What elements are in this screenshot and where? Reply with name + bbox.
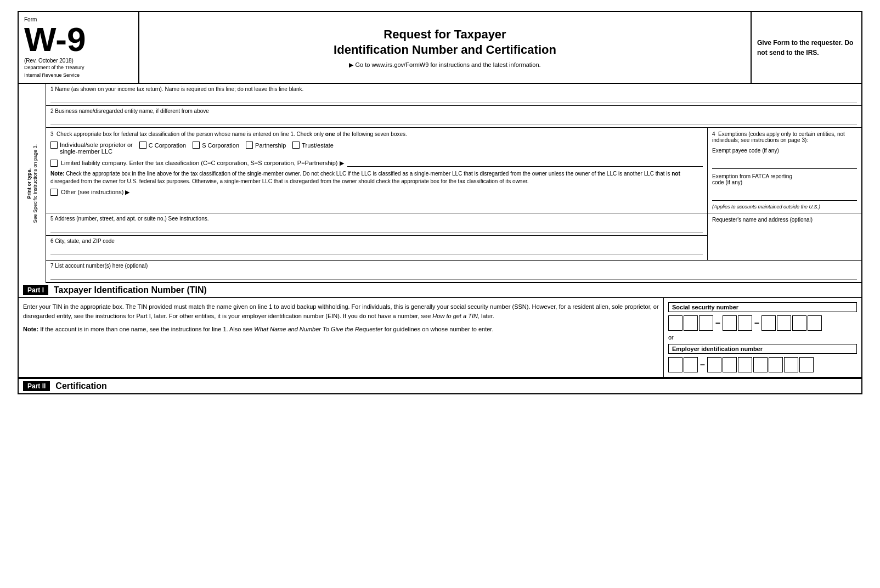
field3-label: 3 Check appropriate box for federal tax … bbox=[50, 131, 703, 137]
trust-label: Trust/estate bbox=[302, 142, 334, 149]
part1-body: Enter your TIN in the appropriate box. T… bbox=[19, 298, 861, 378]
ein-cell-3[interactable] bbox=[707, 357, 721, 372]
part1-right: Social security number – – bbox=[664, 298, 861, 377]
ssn-dash2: – bbox=[754, 318, 759, 328]
part2-title: Certification bbox=[55, 381, 106, 391]
ein-cell-5[interactable] bbox=[738, 357, 752, 372]
ssn-cell-7[interactable] bbox=[777, 315, 791, 331]
other-checkbox[interactable] bbox=[50, 189, 58, 196]
field5-label: 5 Address (number, street, and apt. or s… bbox=[50, 216, 703, 222]
field2-input[interactable] bbox=[50, 115, 857, 125]
main-form: 1 Name (as shown on your income tax retu… bbox=[46, 84, 861, 283]
s-corp-checkbox-item: S Corporation bbox=[193, 142, 239, 149]
ein-cell-8[interactable] bbox=[784, 357, 798, 372]
section3-left: 3 Check appropriate box for federal tax … bbox=[46, 128, 708, 213]
field6-input[interactable] bbox=[50, 245, 703, 255]
part1-title: Taxpayer Identification Number (TIN) bbox=[54, 285, 207, 295]
ein-cell-2[interactable] bbox=[684, 357, 698, 372]
header-center: Request for Taxpayer Identification Numb… bbox=[139, 12, 752, 83]
part2-label: Part II bbox=[23, 381, 50, 391]
ssn-group1 bbox=[668, 315, 713, 331]
address-left: 5 Address (number, street, and apt. or s… bbox=[46, 213, 708, 260]
form-rev: (Rev. October 2018) bbox=[24, 58, 133, 64]
field1-row: 1 Name (as shown on your income tax retu… bbox=[46, 84, 861, 106]
llc-label: Limited liability company. Enter the tax… bbox=[61, 160, 344, 167]
header-right: Give Form to the requester. Do not send … bbox=[752, 12, 861, 83]
field7-row: 7 List account number(s) here (optional) bbox=[46, 261, 861, 283]
other-label: Other (see instructions) ▶ bbox=[61, 189, 129, 196]
section4-right: 4 Exemptions (codes apply only to certai… bbox=[708, 128, 861, 213]
ein-grid: – bbox=[668, 357, 857, 372]
requester-input[interactable] bbox=[712, 224, 857, 257]
header-left: Form W-9 (Rev. October 2018) Department … bbox=[19, 12, 139, 83]
ein-cell-1[interactable] bbox=[668, 357, 682, 372]
part1-text: Enter your TIN in the appropriate box. T… bbox=[23, 302, 659, 320]
individual-checkbox[interactable] bbox=[50, 142, 58, 149]
ssn-cell-1[interactable] bbox=[668, 315, 682, 331]
fatca-section: Exemption from FATCA reportingcode (if a… bbox=[712, 173, 857, 201]
field7-input[interactable] bbox=[50, 270, 857, 280]
applies-note: (Applies to accounts maintained outside … bbox=[712, 204, 857, 210]
exempt-input[interactable] bbox=[712, 161, 857, 169]
ssn-group3 bbox=[761, 315, 822, 331]
trust-checkbox[interactable] bbox=[292, 142, 300, 149]
part1-label: Part I bbox=[23, 285, 48, 295]
other-row: Other (see instructions) ▶ bbox=[50, 189, 703, 196]
ssn-cell-4[interactable] bbox=[723, 315, 737, 331]
partnership-checkbox-item: Partnership bbox=[246, 142, 286, 149]
ein-group2 bbox=[707, 357, 814, 372]
field2-label: 2 Business name/disregarded entity name,… bbox=[50, 108, 857, 114]
form-number: W-9 bbox=[24, 22, 133, 56]
form-body: Print or type. See Specific Instructions… bbox=[19, 84, 861, 283]
form-sidebar: Print or type. See Specific Instructions… bbox=[19, 84, 46, 283]
ssn-cell-3[interactable] bbox=[699, 315, 713, 331]
goto-text: ▶ Go to www.irs.gov/FormW9 for instructi… bbox=[349, 61, 540, 69]
ssn-cell-2[interactable] bbox=[684, 315, 698, 331]
fatca-label: Exemption from FATCA reportingcode (if a… bbox=[712, 173, 857, 185]
partnership-label: Partnership bbox=[255, 142, 286, 149]
ssn-group2 bbox=[723, 315, 752, 331]
field6-label: 6 City, state, and ZIP code bbox=[50, 238, 703, 244]
form-dept2: Internal Revenue Service bbox=[24, 72, 133, 79]
s-corp-label: S Corporation bbox=[202, 142, 239, 149]
sidebar-text: Print or type. See Specific Instructions… bbox=[26, 144, 38, 223]
individual-label: Individual/sole proprietor orsingle-memb… bbox=[60, 142, 133, 155]
ein-group1 bbox=[668, 357, 698, 372]
form-title: Request for Taxpayer Identification Numb… bbox=[334, 27, 556, 58]
form-header: Form W-9 (Rev. October 2018) Department … bbox=[19, 12, 861, 84]
ssn-cell-8[interactable] bbox=[792, 315, 806, 331]
field6-row: 6 City, state, and ZIP code bbox=[46, 235, 707, 257]
ssn-cell-5[interactable] bbox=[738, 315, 752, 331]
ein-cell-9[interactable] bbox=[799, 357, 814, 372]
ssn-cell-9[interactable] bbox=[808, 315, 822, 331]
field1-input[interactable] bbox=[50, 93, 857, 103]
part1-title-row: Part I Taxpayer Identification Number (T… bbox=[19, 283, 861, 298]
ein-cell-7[interactable] bbox=[769, 357, 783, 372]
llc-input[interactable] bbox=[347, 159, 703, 167]
field5-row: 5 Address (number, street, and apt. or s… bbox=[46, 213, 707, 235]
ssn-label: Social security number bbox=[668, 302, 857, 312]
partnership-checkbox[interactable] bbox=[246, 142, 253, 149]
address-section: 5 Address (number, street, and apt. or s… bbox=[46, 213, 861, 261]
c-corp-label: C Corporation bbox=[149, 142, 186, 149]
individual-checkbox-item: Individual/sole proprietor orsingle-memb… bbox=[50, 142, 133, 155]
part2-title-row: Part II Certification bbox=[19, 378, 861, 393]
requester-label: Requester's name and address (optional) bbox=[712, 217, 857, 223]
trust-checkbox-item: Trust/estate bbox=[292, 142, 334, 149]
exempt-label: Exempt payee code (if any) bbox=[712, 148, 857, 154]
ein-cell-6[interactable] bbox=[753, 357, 768, 372]
llc-row: Limited liability company. Enter the tax… bbox=[50, 159, 703, 167]
or-text: or bbox=[668, 334, 857, 341]
s-corp-checkbox[interactable] bbox=[193, 142, 200, 149]
form-dept1: Department of the Treasury bbox=[24, 65, 133, 71]
fatca-input[interactable] bbox=[712, 193, 857, 201]
ssn-grid: – – bbox=[668, 315, 857, 331]
ssn-cell-6[interactable] bbox=[761, 315, 776, 331]
field4-label: 4 Exemptions (codes apply only to certai… bbox=[712, 131, 857, 143]
field1-label: 1 Name (as shown on your income tax retu… bbox=[50, 86, 857, 92]
field5-input[interactable] bbox=[50, 223, 703, 233]
c-corp-checkbox[interactable] bbox=[139, 142, 146, 149]
sidebar-bold: Print or type. bbox=[26, 168, 32, 199]
llc-checkbox[interactable] bbox=[50, 160, 58, 167]
ein-cell-4[interactable] bbox=[723, 357, 737, 372]
